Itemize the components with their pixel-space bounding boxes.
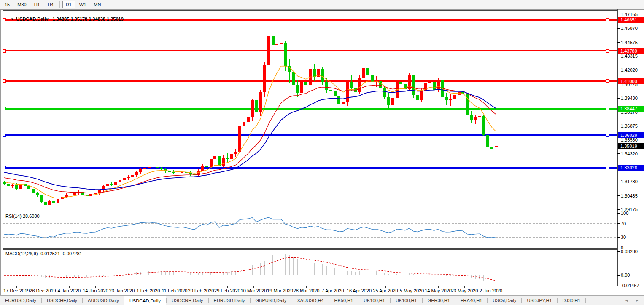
candle-body-down [321, 69, 324, 82]
tab-scroll-right-icon[interactable]: ► [632, 298, 642, 302]
x-axis-date-label: 26 Dec 2019 [30, 288, 56, 293]
timeframe-button-h4[interactable]: H4 [44, 1, 57, 8]
candle-body-up [238, 126, 241, 152]
timeframe-button-h1[interactable]: H1 [31, 1, 43, 8]
candle-body-down [371, 75, 374, 82]
line-handle-icon[interactable] [3, 80, 6, 83]
candle-body-up [230, 154, 233, 159]
candle-body-down [32, 189, 35, 193]
rsi-axis-tick-label: 30 [621, 235, 626, 240]
candle-body-down [433, 82, 436, 90]
x-axis-date-label: 7 Apr 2020 [321, 288, 344, 293]
candle-body-down [490, 147, 493, 149]
toolbar-separator [107, 1, 107, 8]
candle-body-down [156, 167, 159, 168]
candle-body-up [474, 117, 477, 120]
candle-body-down [334, 91, 337, 96]
tab-uk100-h1[interactable]: UK100,H1 [358, 296, 390, 305]
candle-body-up [222, 158, 225, 166]
timeframe-button-m30[interactable]: M30 [14, 1, 30, 8]
candle-body-down [40, 195, 43, 201]
tab-usdcnh-daily[interactable]: USDCNH,Daily [167, 296, 208, 305]
candle-body-down [172, 172, 175, 173]
symbol-title: USDCAD,Daily [16, 16, 48, 21]
timeframe-button-15[interactable]: 15 [1, 1, 13, 8]
tab-eurusd-daily[interactable]: EURUSD,Daily [0, 296, 41, 305]
timeframe-toolbar: 15M30H1H4D1W1MN [0, 0, 644, 9]
chart-title: ▼USDCAD,Daily1.34885 1.35178 1.34838 1.3… [5, 11, 124, 27]
line-handle-icon[interactable] [606, 166, 609, 169]
tab-nav-arrows: ◄► [621, 296, 644, 305]
tab-fra40-h1[interactable]: FRA40,H1 [455, 296, 487, 305]
rsi-indicator-label: RSI(14) 28.6080 [5, 214, 40, 219]
x-axis-date-label: 20 Feb 2020 [188, 288, 214, 293]
candle-body-down [69, 195, 72, 195]
candle-body-down [399, 82, 402, 84]
x-axis-date-label: 23 Jan 2020 [109, 288, 135, 293]
candle-body-down [15, 185, 18, 189]
candle-body-down [292, 72, 295, 85]
rsi-axis-tick-label: 70 [621, 221, 626, 226]
candle-body-down [379, 81, 382, 88]
candle-body-up [11, 185, 14, 186]
tab-eurusd-daily[interactable]: EURUSD,Daily [209, 296, 250, 305]
tab-xauusd-h4[interactable]: XAUUSD,H4 [292, 296, 329, 305]
candle-body-up [48, 201, 51, 205]
timeframe-button-d1[interactable]: D1 [62, 1, 75, 8]
x-axis-date-label: 11 Feb 2020 [162, 288, 188, 293]
y-axis-tick-label: 1.39430 [621, 96, 638, 101]
candle-body-up [19, 184, 22, 189]
timeframe-button-mn[interactable]: MN [90, 1, 104, 8]
y-axis-tick-label: 1.43315 [621, 54, 638, 59]
candle-body-up [263, 65, 266, 92]
tab-scroll-left-icon[interactable]: ◄ [621, 298, 632, 302]
rsi-axis-tick-label: 100 [621, 211, 628, 216]
price-badge-label: 1.41000 [620, 79, 637, 84]
x-axis-date-label: 4 Jan 2020 [58, 288, 81, 293]
toolbar-separator [59, 1, 60, 8]
tab-uk100-h1[interactable]: UK100,H1 [391, 296, 422, 305]
y-axis-tick-label: 1.34320 [621, 151, 638, 156]
symbol-dropdown-icon[interactable]: ▼ [11, 17, 14, 21]
line-handle-icon[interactable] [606, 80, 609, 83]
line-handle-icon[interactable] [606, 107, 609, 110]
line-handle-icon[interactable] [3, 166, 6, 169]
candle-body-up [346, 82, 349, 102]
tab-usdcad-daily[interactable]: USDCAD,Daily [124, 296, 166, 305]
candle-body-down [486, 135, 489, 147]
candle-body-up [102, 186, 105, 190]
candle-body-up [181, 172, 183, 173]
tab-ger30-h1[interactable]: GER30,H1 [423, 296, 455, 305]
y-axis-tick-label: 1.42020 [621, 67, 638, 72]
line-handle-icon[interactable] [3, 49, 6, 52]
tab-usdchf-daily[interactable]: USDCHF,Daily [42, 296, 82, 305]
line-handle-icon[interactable] [606, 19, 609, 21]
candle-body-down [255, 100, 258, 112]
timeframe-button-w1[interactable]: W1 [76, 1, 90, 8]
tab-gbpusd-daily[interactable]: GBPUSD,Daily [251, 296, 292, 305]
candle-body-up [420, 91, 423, 100]
x-axis-date-label: 29 Feb 2020 [214, 288, 240, 293]
tab-audusd-daily[interactable]: AUDUSD,Daily [83, 296, 124, 305]
tab-dj30-h1[interactable]: DJ30,H1 [558, 296, 586, 305]
candle-body-down [313, 69, 316, 77]
candle-body-up [234, 152, 237, 155]
candle-body-up [478, 116, 481, 117]
line-handle-icon[interactable] [606, 49, 609, 52]
line-handle-icon[interactable] [606, 134, 609, 136]
candle-body-down [304, 82, 307, 86]
candle-body-down [160, 168, 163, 169]
line-handle-icon[interactable] [3, 134, 6, 136]
chart-canvas[interactable]: 1.471651.458701.445751.433151.420201.407… [0, 9, 644, 295]
candle-body-down [272, 36, 275, 45]
x-axis-date-label: 2 Jun 2020 [480, 288, 502, 293]
tab-usoil-daily[interactable]: USOil,Daily [488, 296, 521, 305]
candle-body-down [226, 158, 229, 159]
line-handle-icon[interactable] [3, 107, 6, 110]
tab-usdjpy-h1[interactable]: USDJPY,H1 [522, 296, 557, 305]
candle-body-up [437, 80, 440, 90]
candle-body-up [65, 195, 68, 197]
candle-body-up [342, 102, 345, 104]
tab-hk50-h1[interactable]: HK50,H1 [329, 296, 358, 305]
candle-body-up [391, 98, 394, 104]
